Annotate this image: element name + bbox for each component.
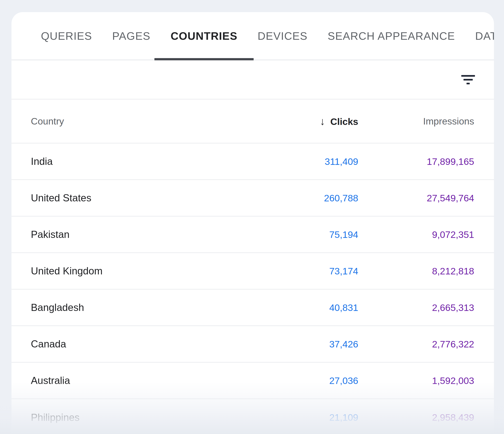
country-cell: Canada [31,338,274,350]
tab-pages[interactable]: PAGES [102,12,161,60]
table-row[interactable]: Philippines 21,109 2,958,439 [11,399,494,434]
impressions-cell: 8,212,818 [358,266,474,277]
impressions-cell: 9,072,351 [358,229,474,240]
filter-bar-middle [463,79,473,81]
clicks-cell: 75,194 [274,229,358,240]
country-cell: Australia [31,375,274,386]
country-cell: Philippines [31,412,274,423]
table-body: India 311,409 17,899,165 United States 2… [11,143,494,434]
clicks-cell: 27,036 [274,375,358,386]
clicks-cell: 260,788 [274,193,358,203]
performance-report-card: QUERIES PAGES COUNTRIES DEVICES SEARCH A… [11,12,494,434]
filter-icon[interactable] [461,75,475,84]
table-toolbar [11,60,494,100]
country-cell: Pakistan [31,229,274,240]
clicks-cell: 40,831 [274,302,358,313]
sort-descending-icon: ↓ [320,115,325,127]
dimension-tabs: QUERIES PAGES COUNTRIES DEVICES SEARCH A… [11,12,494,60]
column-header-country: Country [31,116,274,127]
tab-countries[interactable]: COUNTRIES [161,12,248,60]
tab-queries[interactable]: QUERIES [31,12,102,60]
column-header-clicks-label: Clicks [330,116,358,127]
table-row[interactable]: Canada 37,426 2,776,322 [11,326,494,363]
table-row[interactable]: Australia 27,036 1,592,003 [11,363,494,399]
impressions-cell: 17,899,165 [358,156,474,167]
table-row[interactable]: Pakistan 75,194 9,072,351 [11,216,494,253]
impressions-cell: 27,549,764 [358,193,474,203]
impressions-cell: 2,958,439 [358,412,474,423]
clicks-cell: 21,109 [274,412,358,423]
table-row[interactable]: Bangladesh 40,831 2,665,313 [11,289,494,326]
country-cell: United Kingdom [31,265,274,277]
table-row[interactable]: United Kingdom 73,174 8,212,818 [11,253,494,289]
clicks-cell: 73,174 [274,266,358,277]
country-cell: Bangladesh [31,302,274,313]
column-header-clicks[interactable]: ↓Clicks [274,115,358,127]
column-header-impressions[interactable]: Impressions [358,116,474,127]
table-header-row: Country ↓Clicks Impressions [11,100,494,143]
tab-dates[interactable]: DATES [465,12,494,60]
country-cell: India [31,156,274,167]
filter-bar-top [461,75,475,77]
clicks-cell: 37,426 [274,339,358,350]
tab-search-appearance[interactable]: SEARCH APPEARANCE [317,12,465,60]
table-row[interactable]: India 311,409 17,899,165 [11,143,494,180]
country-cell: United States [31,192,274,204]
tab-devices[interactable]: DEVICES [248,12,318,60]
clicks-cell: 311,409 [274,156,358,167]
table-row[interactable]: United States 260,788 27,549,764 [11,180,494,216]
impressions-cell: 1,592,003 [358,375,474,386]
impressions-cell: 2,776,322 [358,339,474,350]
impressions-cell: 2,665,313 [358,302,474,313]
filter-bar-bottom [467,83,470,84]
